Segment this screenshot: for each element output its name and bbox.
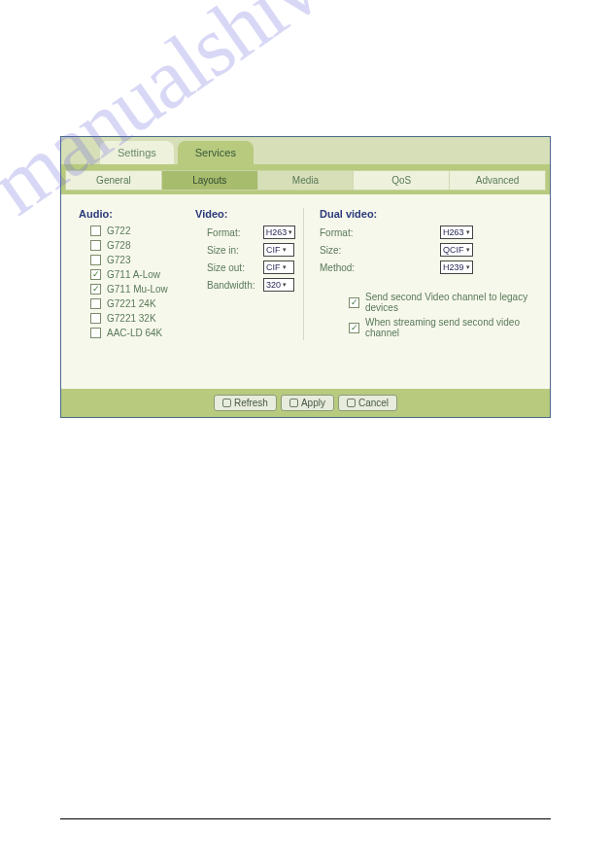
video-format-row: Format: H263▾ [195,224,295,241]
dual-check-label: When streaming send second video channel [365,317,532,338]
audio-item[interactable]: G7221 24K [79,296,180,311]
dual-method-select[interactable]: H239▾ [440,260,473,274]
page-footer-rule [60,818,551,819]
video-format-select[interactable]: H263▾ [263,226,295,239]
audio-item[interactable]: G723 [79,253,180,267]
audio-column: Audio: G722 G728 G723 G711 A-Low [71,208,187,340]
audio-item[interactable]: AAC-LD 64K [79,326,180,340]
dual-check-label: Send second Video channel to legacy devi… [365,292,532,313]
audio-item[interactable]: G7221 32K [79,311,180,326]
dual-title: Dual video: [320,208,532,220]
tab-services[interactable]: Services [178,141,254,164]
checkbox-icon[interactable] [90,240,101,251]
subtab-general[interactable]: General [66,171,162,190]
audio-item[interactable]: G711 Mu-Low [79,282,180,296]
audio-label: G7221 24K [107,298,156,309]
checkbox-icon[interactable] [90,255,101,265]
checkbox-icon[interactable] [90,328,101,338]
audio-title: Audio: [79,208,180,220]
audio-label: G7221 32K [107,313,156,324]
chevron-down-icon: ▾ [466,228,470,236]
dual-format-select[interactable]: H263▾ [440,226,473,239]
dual-method-label: Method: [320,262,370,273]
content-area: Audio: G722 G728 G723 G711 A-Low [61,194,550,389]
video-format-label: Format: [207,227,255,238]
dual-size-row: Size: QCIF▾ [320,241,532,259]
apply-button[interactable]: Apply [281,395,334,411]
audio-label: G711 Mu-Low [107,284,168,295]
checkbox-icon[interactable] [349,323,359,333]
dual-checks: Send second Video channel to legacy devi… [320,290,532,340]
refresh-icon [222,399,231,407]
subtabs-bar: General Layouts Media QoS Advanced [61,164,550,194]
chevron-down-icon: ▾ [466,263,470,271]
chevron-down-icon: ▾ [283,246,287,254]
checkbox-icon[interactable] [349,297,359,308]
top-tabs: Settings Services [61,137,550,164]
audio-label: G722 [107,226,130,236]
checkbox-icon[interactable] [90,313,101,324]
subtabs: General Layouts Media QoS Advanced [65,170,546,191]
dual-size-label: Size: [320,245,370,256]
subtab-layouts[interactable]: Layouts [162,171,258,190]
audio-label: G728 [107,240,130,251]
video-bandwidth-label: Bandwidth: [207,280,255,291]
dual-format-row: Format: H263▾ [320,224,532,241]
subtab-qos[interactable]: QoS [354,171,450,190]
checkbox-icon[interactable] [90,284,101,295]
video-sizein-row: Size in: CIF▾ [195,241,295,259]
audio-item[interactable]: G711 A-Low [79,267,180,282]
refresh-button[interactable]: Refresh [214,395,277,411]
video-sizeout-select[interactable]: CIF▾ [263,260,294,274]
apply-icon [289,399,298,407]
dual-check-legacy[interactable]: Send second Video channel to legacy devi… [349,290,532,315]
checkbox-icon[interactable] [90,298,101,309]
audio-item[interactable]: G728 [79,238,180,253]
subtab-media[interactable]: Media [258,171,355,190]
cancel-button[interactable]: Cancel [338,395,397,411]
checkbox-icon[interactable] [90,226,101,236]
video-sizeout-row: Size out: CIF▾ [195,259,295,276]
dual-method-row: Method: H239▾ [320,259,532,276]
dual-format-label: Format: [320,227,370,238]
audio-item[interactable]: G722 [79,224,180,238]
dual-size-select[interactable]: QCIF▾ [440,243,473,257]
video-column: Video: Format: H263▾ Size in: CIF▾ Size … [187,208,304,340]
video-title: Video: [195,208,295,220]
chevron-down-icon: ▾ [283,263,287,271]
video-bandwidth-row: Bandwidth: 320▾ [195,276,295,294]
dual-video-column: Dual video: Format: H263▾ Size: QCIF▾ Me… [304,208,540,340]
settings-panel: Settings Services General Layouts Media … [60,136,551,418]
video-sizeout-label: Size out: [207,262,255,273]
footer-bar: Refresh Apply Cancel [61,389,550,417]
audio-label: G723 [107,255,130,265]
video-sizein-select[interactable]: CIF▾ [263,243,294,257]
chevron-down-icon: ▾ [466,246,470,254]
subtab-advanced[interactable]: Advanced [450,171,545,190]
checkbox-icon[interactable] [90,269,101,280]
chevron-down-icon: ▾ [289,228,292,236]
video-sizein-label: Size in: [207,245,255,256]
audio-label: G711 A-Low [107,269,160,280]
video-bandwidth-select[interactable]: 320▾ [263,278,294,292]
audio-label: AAC-LD 64K [107,328,162,338]
tab-settings[interactable]: Settings [100,141,174,164]
dual-check-streaming[interactable]: When streaming send second video channel [349,315,532,340]
cancel-icon [347,399,356,407]
chevron-down-icon: ▾ [283,281,287,289]
